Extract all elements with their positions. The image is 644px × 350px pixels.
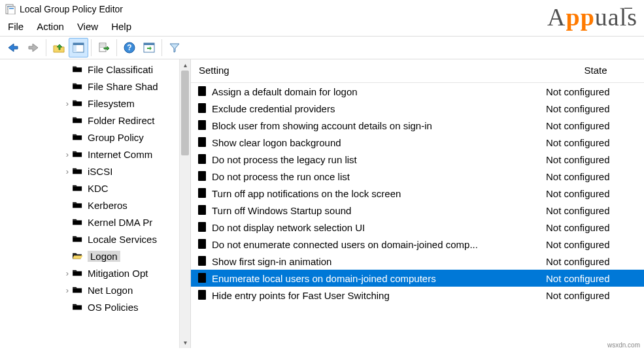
column-header-state[interactable]: State: [546, 59, 644, 82]
setting-state: Not configured: [546, 188, 644, 199]
setting-name: Do not enumerate connected users on doma…: [212, 239, 546, 250]
setting-name: Show clear logon background: [212, 137, 546, 148]
policy-setting-icon: [196, 153, 208, 165]
back-button[interactable]: [4, 38, 24, 57]
setting-state: Not configured: [546, 103, 644, 114]
window-title: Local Group Policy Editor: [20, 4, 123, 14]
forward-button[interactable]: [24, 38, 43, 57]
tree-scrollbar[interactable]: ▴ ▾: [179, 59, 190, 348]
toolbar-separator: [116, 39, 117, 56]
help-button[interactable]: ?: [120, 38, 139, 57]
folder-icon: [72, 133, 84, 142]
setting-state: Not configured: [546, 256, 644, 267]
tree-item-label: OS Policies: [88, 302, 139, 313]
list-row[interactable]: Do not display network selection UINot c…: [191, 219, 644, 236]
tree-item-label: Kerberos: [88, 200, 127, 211]
policy-setting-icon: [196, 221, 208, 233]
setting-name: Block user from showing account details …: [212, 120, 546, 131]
list-row[interactable]: Assign a default domain for logonNot con…: [191, 83, 644, 100]
list-row[interactable]: Turn off app notifications on the lock s…: [191, 185, 644, 202]
setting-state: Not configured: [546, 171, 644, 182]
svg-rect-20: [144, 43, 154, 45]
scroll-thumb[interactable]: [181, 71, 189, 155]
menu-action[interactable]: Action: [37, 21, 64, 32]
tree-item-label: Net Logon: [88, 285, 133, 296]
chevron-right-icon[interactable]: ›: [63, 268, 72, 278]
tree-item-label: File Classificati: [88, 64, 153, 75]
folder-icon: [72, 150, 84, 159]
tree-item[interactable]: Group Policy: [73, 129, 190, 146]
folder-icon: [72, 302, 84, 311]
column-header-setting[interactable]: Setting: [191, 59, 546, 82]
list-row[interactable]: Do not enumerate connected users on doma…: [191, 236, 644, 253]
tree-item[interactable]: File Classificati: [73, 61, 190, 78]
svg-text:?: ?: [127, 43, 131, 52]
list-row[interactable]: Show first sign-in animationNot configur…: [191, 253, 644, 270]
tree-item[interactable]: Locale Services: [73, 231, 190, 247]
export-icon: [98, 42, 110, 54]
list-row[interactable]: Turn off Windows Startup soundNot config…: [191, 202, 644, 219]
scroll-down-icon[interactable]: ▾: [180, 337, 190, 348]
setting-name: Do not process the legacy run list: [212, 154, 546, 165]
folder-icon: [72, 268, 84, 278]
up-folder-icon: [52, 42, 65, 54]
tree-item[interactable]: Kernel DMA Pr: [73, 214, 190, 231]
tree-item[interactable]: ›Filesystem: [73, 95, 190, 112]
tree-item-label: Folder Redirect: [88, 115, 155, 126]
show-hide-tree-button[interactable]: [69, 38, 88, 57]
chevron-right-icon[interactable]: ›: [63, 150, 72, 159]
folder-icon: [72, 116, 84, 125]
chevron-right-icon[interactable]: ›: [63, 285, 72, 295]
policy-setting-icon: [196, 103, 208, 114]
setting-state: Not configured: [546, 154, 644, 165]
menu-file[interactable]: File: [8, 21, 24, 32]
setting-state: Not configured: [546, 222, 644, 233]
scroll-up-icon[interactable]: ▴: [180, 59, 190, 71]
list-row[interactable]: Do not process the run once listNot conf…: [191, 168, 644, 185]
setting-state: Not configured: [546, 273, 644, 284]
list-row[interactable]: Exclude credential providersNot configur…: [191, 100, 644, 117]
tree-item-label: Kernel DMA Pr: [88, 217, 152, 228]
svg-rect-8: [8, 7, 15, 14]
policy-setting-icon: [196, 289, 208, 301]
policy-setting-icon: [196, 255, 208, 267]
export-list-button[interactable]: [94, 38, 114, 57]
policy-setting-icon: [196, 119, 208, 131]
chevron-right-icon[interactable]: ›: [63, 167, 72, 176]
tree-item[interactable]: ›Net Logon: [73, 281, 190, 298]
tree-item[interactable]: Kerberos: [73, 197, 190, 214]
list-row[interactable]: Block user from showing account details …: [191, 117, 644, 134]
list-row[interactable]: Show clear logon backgroundNot configure…: [191, 134, 644, 151]
tree-item[interactable]: ›iSCSI: [73, 163, 190, 180]
policy-setting-icon: [196, 86, 208, 97]
tree-item[interactable]: KDC: [73, 180, 190, 197]
tree-item[interactable]: ›Internet Comm: [73, 146, 190, 163]
menu-help[interactable]: Help: [111, 21, 131, 32]
folder-icon: [72, 167, 84, 176]
policy-setting-icon: [196, 204, 208, 216]
tree-item[interactable]: File Share Shad: [73, 78, 190, 95]
setting-name: Assign a default domain for logon: [212, 86, 546, 97]
setting-name: Enumerate local users on domain-joined c…: [212, 273, 546, 284]
app-icon: [5, 4, 16, 14]
policy-setting-icon: [196, 170, 208, 182]
list-row[interactable]: Hide entry points for Fast User Switchin…: [191, 287, 644, 304]
toolbar-separator: [46, 39, 46, 56]
show-action-pane-button[interactable]: [139, 38, 159, 57]
tree-item[interactable]: OS Policies: [73, 298, 190, 315]
tree-item-label: Logon: [88, 251, 120, 262]
svg-rect-15: [100, 46, 105, 46]
filter-button[interactable]: [165, 38, 184, 57]
svg-rect-12: [73, 45, 76, 52]
action-pane-icon: [143, 42, 155, 53]
tree-item[interactable]: ›Mitigation Opt: [73, 264, 190, 281]
tree-item[interactable]: Logon: [73, 247, 190, 264]
list-row[interactable]: Do not process the legacy run listNot co…: [191, 151, 644, 168]
list-row[interactable]: Enumerate local users on domain-joined c…: [191, 270, 644, 287]
tree-item[interactable]: Folder Redirect: [73, 112, 190, 129]
setting-name: Do not process the run once list: [212, 171, 546, 182]
setting-name: Hide entry points for Fast User Switchin…: [212, 290, 546, 301]
chevron-right-icon[interactable]: ›: [63, 99, 72, 108]
menu-view[interactable]: View: [77, 21, 98, 32]
up-folder-button[interactable]: [49, 38, 69, 57]
